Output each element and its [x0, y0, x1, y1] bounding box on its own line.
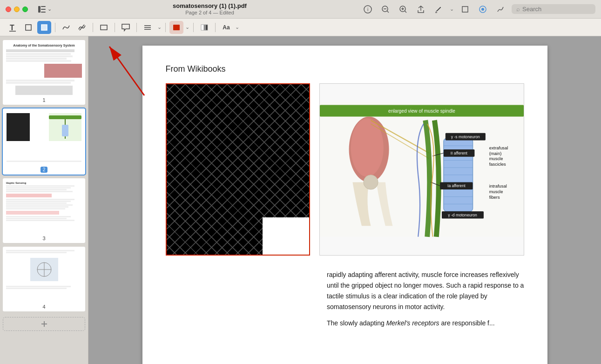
redacted-figure	[166, 83, 310, 256]
body-text: rapidly adapting afferent activity, musc…	[327, 270, 524, 334]
body-paragraph-2: The slowly adapting Merkel's receptors a…	[327, 318, 524, 329]
markup-button[interactable]	[432, 3, 445, 16]
font-size-button[interactable]: Aa	[219, 21, 233, 34]
freehand-button[interactable]	[59, 21, 73, 34]
color-rect-icon	[172, 24, 181, 31]
muscle-diagram-svg: enlarged view of muscle spindle	[320, 84, 524, 255]
svg-point-16	[481, 8, 484, 11]
svg-text:intrafusal: intrafusal	[489, 184, 506, 189]
select-filled-icon	[41, 24, 48, 31]
svg-text:muscle: muscle	[489, 156, 503, 161]
svg-rect-28	[201, 25, 204, 30]
close-button[interactable]	[6, 7, 11, 12]
toolbar-separator-7	[215, 23, 216, 32]
markup-icon	[434, 5, 443, 13]
thumb-diagram-block	[49, 113, 81, 141]
select-rect-button[interactable]	[21, 21, 35, 34]
sidebar-toggle-button[interactable]: ⌄	[35, 5, 54, 14]
page-number-1: 1	[5, 97, 83, 103]
document-title: somatosensory (1) (1).pdf	[173, 2, 247, 10]
share-icon	[417, 5, 425, 13]
search-icon: ⌕	[516, 6, 520, 13]
svg-text:γ -d motoneuron: γ -d motoneuron	[448, 213, 477, 217]
toolbar-separator-6	[193, 23, 194, 32]
svg-line-22	[80, 25, 84, 30]
sidebar-icon	[38, 6, 46, 13]
svg-rect-19	[26, 25, 31, 30]
pdf-page: From Wikibooks	[142, 46, 547, 364]
minimize-button[interactable]	[14, 7, 20, 12]
toolbar-right: i	[361, 3, 595, 16]
page-number-3: 3	[5, 236, 83, 241]
active-page-badge: 2	[41, 167, 48, 173]
svg-rect-30	[206, 25, 208, 30]
zoom-out-button[interactable]	[379, 3, 392, 16]
pdf-viewer[interactable]: From Wikibooks	[88, 36, 601, 364]
freehand-erase-button[interactable]	[75, 21, 89, 34]
svg-text:γ -s motoneuron: γ -s motoneuron	[451, 135, 479, 139]
svg-rect-2	[41, 9, 46, 10]
crop-button[interactable]	[459, 3, 472, 16]
zoom-in-button[interactable]	[397, 3, 410, 16]
thumb-black-block	[7, 113, 30, 141]
freehand-erase-icon	[78, 24, 86, 31]
thumb-content-3: Haptic Sensing	[5, 180, 83, 234]
svg-text:enlarged view of muscle spindl: enlarged view of muscle spindle	[388, 108, 455, 114]
page-thumbnail-3[interactable]: Haptic Sensing 3	[3, 178, 85, 243]
color-rect-button[interactable]	[169, 21, 183, 34]
opacity-button[interactable]	[197, 21, 211, 34]
toolbar-separator-1	[55, 23, 55, 32]
svg-text:extrafusal: extrafusal	[489, 146, 508, 150]
figures-row: enlarged view of muscle spindle	[166, 83, 524, 256]
chevron-down-icon: ⌄	[47, 6, 52, 12]
color-chevron-icon[interactable]: ⌄	[185, 24, 189, 30]
page-thumbnail-2[interactable]: 2	[3, 108, 85, 175]
markup-chevron-icon[interactable]: ⌄	[450, 6, 454, 12]
sign-button[interactable]	[494, 3, 507, 16]
titlebar: ⌄ somatosensory (1) (1).pdf Page 2 of 4 …	[0, 0, 601, 19]
svg-rect-33	[62, 125, 68, 136]
share-button[interactable]	[414, 3, 427, 16]
select-filled-button[interactable]	[37, 21, 51, 34]
sign-icon	[496, 5, 505, 13]
svg-rect-1	[41, 6, 46, 7]
title-info: somatosensory (1) (1).pdf Page 2 of 4 — …	[58, 2, 361, 16]
muscle-spindle-diagram: enlarged view of muscle spindle	[319, 83, 524, 256]
zoom-in-icon	[399, 5, 407, 13]
layout-button[interactable]	[141, 21, 155, 34]
text-cursor-icon: T	[9, 23, 16, 32]
notch-cover	[263, 217, 309, 255]
svg-text:fibers: fibers	[489, 195, 500, 200]
page-thumbnail-1[interactable]: Anatomy of the Somatosensory System 1	[3, 40, 85, 105]
svg-rect-20	[41, 25, 47, 30]
freehand-icon	[62, 24, 70, 31]
page-number-4: 4	[5, 304, 83, 310]
callout-button[interactable]	[119, 21, 133, 34]
thumb-content-4	[5, 249, 83, 302]
svg-text:II afferent: II afferent	[450, 151, 467, 155]
layout-chevron-icon[interactable]: ⌄	[157, 24, 162, 30]
toolbar-separator-5	[165, 23, 166, 32]
search-box[interactable]: ⌕	[512, 4, 595, 14]
thumb-content-1: Anatomy of the Somatosensory System	[5, 42, 83, 95]
page-number-2-badge: 2	[5, 166, 83, 173]
svg-text:muscle: muscle	[489, 189, 503, 194]
shape-rect-button[interactable]	[97, 21, 111, 34]
from-wikibooks-heading: From Wikibooks	[166, 64, 524, 74]
zoom-out-icon	[381, 5, 390, 13]
svg-rect-29	[204, 25, 206, 30]
text-cursor-button[interactable]: T	[6, 21, 20, 34]
svg-rect-27	[173, 25, 180, 30]
thumb-diagram-4	[30, 258, 58, 281]
add-page-button[interactable]	[3, 317, 85, 331]
page-thumbnail-4[interactable]: 4	[3, 247, 85, 311]
svg-point-44	[363, 175, 378, 189]
svg-point-43	[351, 119, 383, 177]
fullscreen-button[interactable]	[22, 7, 28, 12]
annotate-profile-button[interactable]	[476, 3, 489, 16]
search-input[interactable]	[522, 6, 583, 13]
document-subtitle: Page 2 of 4 — Edited	[185, 10, 234, 16]
toolbar-separator-3	[115, 23, 115, 32]
info-button[interactable]: i	[361, 3, 374, 16]
fontsize-chevron-icon[interactable]: ⌄	[235, 24, 239, 30]
